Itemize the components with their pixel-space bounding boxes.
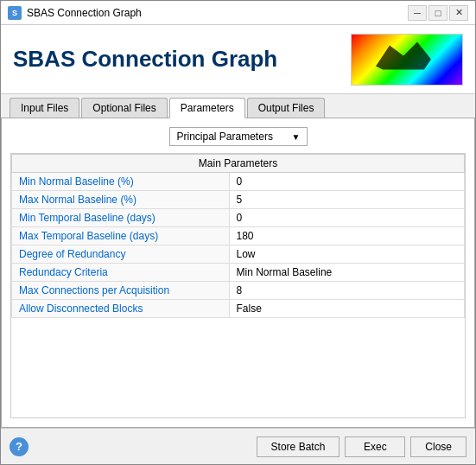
window-title: SBAS Connection Graph	[27, 7, 408, 19]
principal-parameters-dropdown-wrapper: Principal Parameters ▼	[169, 127, 308, 146]
minimize-button[interactable]: ─	[408, 5, 427, 21]
param-name-cell: Max Normal Baseline (%)	[12, 191, 230, 209]
tabs-bar: Input Files Optional Files Parameters Ou…	[1, 94, 475, 118]
param-value-cell: Low	[229, 245, 464, 264]
tab-input-files[interactable]: Input Files	[10, 98, 79, 118]
param-value-cell: 180	[229, 227, 464, 245]
param-value-cell: Min Normal Baseline	[229, 264, 464, 282]
table-row: Max Connections per Acquisition8	[12, 282, 465, 300]
close-window-button[interactable]: ✕	[449, 5, 468, 21]
window-icon: S	[8, 6, 22, 20]
header-image	[351, 34, 463, 86]
param-name-cell: Max Connections per Acquisition	[12, 282, 230, 300]
param-name-cell: Min Temporal Baseline (days)	[12, 209, 230, 227]
table-row: Degree of RedundancyLow	[12, 245, 465, 264]
header-area: SBAS Connection Graph	[1, 25, 475, 94]
param-name-cell: Degree of Redundancy	[12, 245, 230, 264]
param-value-cell: 0	[229, 209, 464, 227]
table-row: Max Temporal Baseline (days)180	[12, 227, 465, 245]
help-button[interactable]: ?	[10, 437, 29, 456]
content-area: Principal Parameters ▼ Main Parameters M…	[1, 118, 475, 428]
param-name-cell: Min Normal Baseline (%)	[12, 173, 230, 191]
dropdown-row: Principal Parameters ▼	[10, 127, 466, 146]
title-bar: S SBAS Connection Graph ─ □ ✕	[1, 1, 475, 25]
table-row: Min Normal Baseline (%)0	[12, 173, 465, 191]
param-name-cell: Max Temporal Baseline (days)	[12, 227, 230, 245]
table-row: Allow Disconnected BlocksFalse	[12, 300, 465, 318]
tab-output-files[interactable]: Output Files	[247, 98, 326, 118]
param-value-cell: 8	[229, 282, 464, 300]
main-window: S SBAS Connection Graph ─ □ ✕ SBAS Conne…	[0, 0, 476, 465]
title-bar-buttons: ─ □ ✕	[408, 5, 468, 21]
exec-button[interactable]: Exec	[345, 436, 405, 457]
close-button[interactable]: Close	[410, 436, 466, 457]
header-image-overlay	[369, 39, 438, 73]
tab-parameters[interactable]: Parameters	[169, 98, 245, 118]
maximize-button[interactable]: □	[428, 5, 447, 21]
footer-buttons: Store Batch Exec Close	[257, 436, 466, 457]
table-row: Max Normal Baseline (%)5	[12, 191, 465, 209]
param-value-cell: 0	[229, 173, 464, 191]
table-row: Min Temporal Baseline (days)0	[12, 209, 465, 227]
param-name-cell: Allow Disconnected Blocks	[12, 300, 230, 318]
param-name-cell: Redundacy Criteria	[12, 264, 230, 282]
param-value-cell: 5	[229, 191, 464, 209]
header-title: SBAS Connection Graph	[13, 46, 351, 73]
store-batch-button[interactable]: Store Batch	[257, 436, 340, 457]
table-header: Main Parameters	[12, 155, 465, 173]
table-row: Redundacy CriteriaMin Normal Baseline	[12, 264, 465, 282]
footer-area: ? Store Batch Exec Close	[1, 428, 475, 464]
param-value-cell: False	[229, 300, 464, 318]
tab-optional-files[interactable]: Optional Files	[81, 98, 167, 118]
parameters-table: Main Parameters Min Normal Baseline (%)0…	[10, 153, 466, 418]
principal-parameters-dropdown[interactable]: Principal Parameters	[169, 127, 308, 146]
